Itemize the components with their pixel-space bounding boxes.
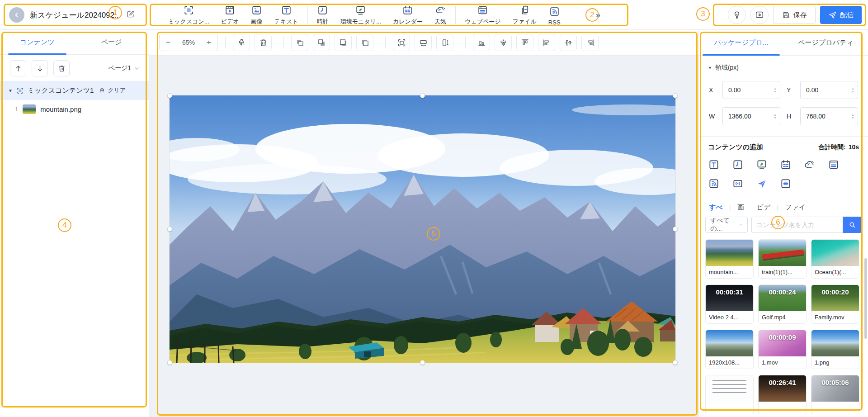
bring-to-front-button[interactable] — [335, 34, 352, 51]
toolbar-item-image[interactable]: 画像 — [251, 5, 263, 26]
toolbar-item-file[interactable]: ファイル — [513, 5, 537, 26]
width-input[interactable]: 1366.00▲▼ — [722, 107, 780, 125]
add-marquee-button marquee-icon[interactable] — [780, 178, 792, 190]
media-card-mountain[interactable]: mountain... — [705, 239, 754, 279]
y-input[interactable]: 0.00▲▼ — [800, 81, 858, 99]
add-text-button text-icon[interactable] — [708, 159, 720, 171]
fill-screen-button[interactable] — [393, 34, 410, 51]
toolbar-item-webpage[interactable]: ウェブページ — [465, 5, 501, 26]
bring-forward-button[interactable] — [291, 34, 308, 51]
align-bottom-button[interactable] — [473, 34, 490, 51]
back-button[interactable] — [9, 7, 24, 23]
search-button[interactable] — [843, 217, 862, 233]
align-top-button[interactable] — [516, 34, 533, 51]
delete-widget-button[interactable] — [255, 34, 272, 51]
add-streaming-button streaming-icon[interactable] — [732, 178, 744, 190]
add-clock-button clock-icon[interactable] — [732, 159, 744, 171]
add-airdrop-button paper-plane-color-icon[interactable] — [756, 178, 768, 190]
filter-tab-images[interactable]: 画 — [737, 203, 744, 212]
tab-pages[interactable]: ページ — [75, 30, 149, 54]
section-collapse-icon[interactable]: ▼ — [708, 66, 712, 70]
type-filter-dropdown[interactable]: すべての... — [705, 217, 748, 233]
align-right-button[interactable] — [581, 34, 599, 51]
save-button[interactable]: 保存 — [773, 6, 816, 24]
resize-handle-e[interactable] — [673, 227, 678, 232]
toolbar-expand-button[interactable]: » — [596, 10, 600, 20]
resize-handle-sw[interactable] — [167, 360, 172, 365]
media-card-1png[interactable]: 1.png — [811, 330, 859, 369]
media-card-iphone-video[interactable]: 00:05:06 — [811, 375, 859, 414]
align-left-button[interactable] — [538, 34, 555, 51]
tab-page-properties[interactable]: ページプロパティ — [783, 30, 868, 55]
tab-package-properties[interactable]: パッケージプロ... — [699, 30, 783, 55]
resize-handle-s[interactable] — [420, 360, 425, 365]
align-center-vertical-button[interactable] — [560, 34, 577, 51]
resize-handle-w[interactable] — [167, 227, 172, 232]
page-selector[interactable]: ページ1 — [108, 64, 140, 72]
move-down-button[interactable] — [32, 60, 48, 76]
media-card-1920x1080[interactable]: 1920x108... — [705, 330, 754, 369]
tips-button[interactable] — [728, 6, 746, 24]
media-card-video2[interactable]: 00:00:31 Video 2 4... — [705, 284, 754, 324]
toolbar-item-text[interactable]: テキスト — [274, 5, 298, 26]
resize-handle-ne[interactable] — [673, 93, 678, 98]
fill-width-button[interactable] — [415, 34, 432, 51]
move-up-button[interactable] — [10, 60, 26, 76]
toolbar-item-calendar[interactable]: カレンダー — [393, 5, 423, 26]
add-rss-button rss-icon[interactable] — [708, 178, 720, 190]
media-card-ocean[interactable]: Ocean(1)(... — [811, 239, 859, 279]
resize-handle-se[interactable] — [673, 360, 678, 365]
mountain-image-widget[interactable] — [170, 95, 675, 363]
tab-contents[interactable]: コンテンツ — [0, 30, 75, 54]
preview-button[interactable] — [750, 6, 769, 24]
height-input[interactable]: 768.00▲▼ — [800, 107, 858, 125]
send-to-back-button[interactable] — [356, 34, 373, 51]
send-backward-button[interactable] — [313, 34, 330, 51]
zoom-in-button[interactable]: + — [200, 34, 217, 51]
delete-button[interactable] — [53, 60, 70, 76]
spinner-arrows[interactable]: ▲▼ — [774, 81, 777, 99]
x-input[interactable]: 0.00▲▼ — [722, 81, 780, 99]
tree-node-mixed-content[interactable]: ▼ ミックスコンテンツ1 クリア — [0, 81, 149, 100]
resize-handle-n[interactable] — [420, 93, 425, 98]
publish-button[interactable]: 配信 — [820, 6, 862, 24]
align-center-horizontal-button[interactable] — [495, 34, 512, 51]
media-card-1mov[interactable]: 00:00:09 1.mov — [758, 330, 807, 369]
item-filename: mountain.png — [40, 105, 81, 113]
content-search-input[interactable] — [751, 217, 843, 233]
clear-content-button[interactable]: クリア — [98, 86, 126, 95]
tab-package-label: パッケージプロ... — [714, 38, 769, 47]
spinner-arrows[interactable]: ▲▼ — [851, 81, 854, 99]
media-card-golf[interactable]: 00:00:24 Golf.mp4 — [758, 284, 807, 324]
tree-item-mountain[interactable]: 1 mountain.png — [0, 100, 149, 118]
add-environment-monitor-button environment-monitor-icon[interactable] — [756, 159, 768, 171]
toolbar-item-clock[interactable]: 時計 — [317, 5, 329, 26]
align-center-horizontal-icon — [499, 38, 508, 47]
media-card-document[interactable] — [705, 375, 754, 414]
zoom-out-button[interactable]: − — [160, 34, 177, 51]
canvas-viewport[interactable] — [149, 56, 698, 417]
add-calendar-button calendar-icon[interactable] — [780, 159, 792, 171]
panel-scrollbar[interactable] — [864, 258, 867, 339]
toolbar-item-weather[interactable]: 天気 — [434, 5, 446, 26]
toolbar-item-environment-monitor[interactable]: 環境モニタリ... — [340, 5, 381, 26]
toolbar-item-video[interactable]: ビデオ — [221, 5, 239, 26]
filter-tab-files[interactable]: ファイ — [785, 203, 806, 212]
media-card-train[interactable]: train(1)(1)... — [758, 239, 807, 279]
toolbar-item-mixed-content[interactable]: ミックスコン... — [168, 5, 209, 26]
fill-height-button[interactable] — [436, 34, 453, 51]
rename-button[interactable] — [126, 9, 135, 20]
resize-handle-nw[interactable] — [167, 93, 172, 98]
spinner-arrows[interactable]: ▲▼ — [774, 108, 777, 125]
clean-canvas-button[interactable] — [233, 34, 250, 51]
tree-expander-icon[interactable]: ▼ — [8, 88, 13, 93]
toolbar-item-rss[interactable]: RSS — [548, 6, 561, 26]
filter-tab-videos[interactable]: ビデ — [757, 203, 771, 212]
add-weather-button weather-icon[interactable] — [804, 159, 816, 171]
media-card-family[interactable]: 00:00:20 Family.mov — [811, 284, 859, 324]
filter-tab-all[interactable]: すべ — [709, 203, 723, 212]
media-card-long-video[interactable]: 00:26:41 — [758, 375, 807, 414]
spinner-arrows[interactable]: ▲▼ — [851, 108, 854, 125]
align-center-vertical-icon — [564, 38, 573, 47]
add-webpage-button webpage-icon[interactable] — [828, 159, 840, 171]
